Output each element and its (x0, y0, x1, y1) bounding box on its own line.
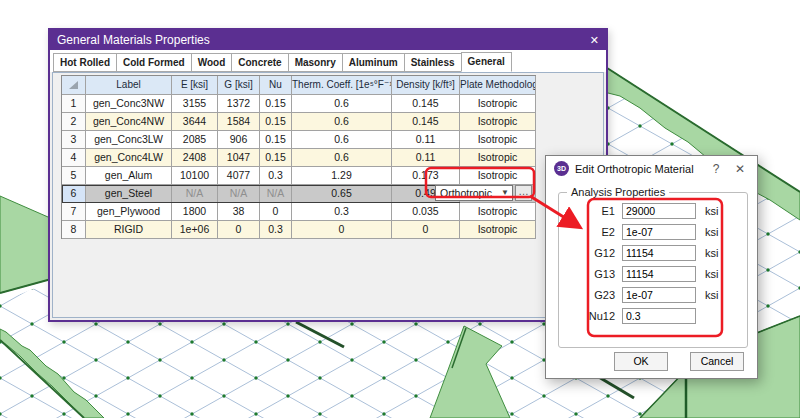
select-all-corner-cell[interactable] (62, 76, 86, 95)
table-row[interactable]: 4 gen_Conc4LW 2408 1047 0.15 0.6 0.11 Is… (62, 149, 536, 167)
cell-nu[interactable]: N/A (260, 185, 292, 203)
col-header-g[interactable]: G [ksi] (218, 76, 260, 95)
cell-e[interactable]: 2408 (172, 149, 218, 167)
cell-e[interactable]: 1800 (172, 203, 218, 221)
cell-e[interactable]: 3155 (172, 95, 218, 113)
cell-g[interactable]: 4077 (218, 167, 260, 185)
table-row[interactable]: 2 gen_Conc4NW 3644 1584 0.15 0.6 0.145 I… (62, 113, 536, 131)
row-number[interactable]: 1 (62, 95, 86, 113)
cell-therm[interactable]: 0.6 (292, 131, 392, 149)
cell-density[interactable]: 0.145 (392, 113, 460, 131)
table-row[interactable]: 8 RIGID 1e+06 0 0.3 0 0 Isotropic (62, 221, 536, 239)
cell-label[interactable]: gen_Alum (86, 167, 172, 185)
cell-therm[interactable]: 1.29 (292, 167, 392, 185)
row-number[interactable]: 5 (62, 167, 86, 185)
cell-therm[interactable]: 0.6 (292, 113, 392, 131)
ok-button[interactable]: OK (614, 352, 668, 371)
cell-plate[interactable]: Isotropic (460, 221, 536, 239)
col-header-plate[interactable]: Plate Methodology (460, 76, 536, 95)
tab-wood[interactable]: Wood (191, 53, 233, 72)
row-number[interactable]: 8 (62, 221, 86, 239)
cancel-button[interactable]: Cancel (690, 352, 744, 371)
table-row[interactable]: 3 gen_Conc3LW 2085 906 0.15 0.6 0.11 Iso… (62, 131, 536, 149)
cell-plate[interactable]: Isotropic (460, 95, 536, 113)
close-icon[interactable]: ✕ (590, 34, 599, 47)
row-number[interactable]: 4 (62, 149, 86, 167)
cell-nu[interactable]: 0.15 (260, 95, 292, 113)
cell-therm[interactable]: 0.65 (292, 185, 392, 203)
cell-plate[interactable]: Isotropic (460, 131, 536, 149)
plate-methodology-dropdown[interactable]: Orthotropic ▼ (435, 185, 513, 201)
g23-input[interactable] (622, 287, 696, 303)
help-icon[interactable]: ? (707, 162, 725, 176)
cell-nu[interactable]: 0.3 (260, 221, 292, 239)
table-row[interactable]: 5 gen_Alum 10100 4077 0.3 1.29 0.173 Iso… (62, 167, 536, 185)
cell-density[interactable]: 0 (392, 221, 460, 239)
cell-label[interactable]: gen_Conc3NW (86, 95, 172, 113)
cell-e[interactable]: N/A (172, 185, 218, 203)
cell-label[interactable]: gen_Conc4LW (86, 149, 172, 167)
row-number[interactable]: 7 (62, 203, 86, 221)
cell-g[interactable]: N/A (218, 185, 260, 203)
cell-nu[interactable]: 0.15 (260, 149, 292, 167)
more-options-button[interactable]: … (515, 185, 532, 201)
table-row[interactable]: 1 gen_Conc3NW 3155 1372 0.15 0.6 0.145 I… (62, 95, 536, 113)
cell-density[interactable]: 0.11 (392, 149, 460, 167)
close-icon[interactable]: ✕ (731, 162, 749, 176)
cell-density[interactable]: 0.11 (392, 131, 460, 149)
cell-plate[interactable]: Isotropic (460, 113, 536, 131)
cell-nu[interactable]: 0.15 (260, 113, 292, 131)
cell-plate[interactable]: Isotropic (460, 167, 536, 185)
cell-g[interactable]: 906 (218, 131, 260, 149)
col-header-label[interactable]: Label (86, 76, 172, 95)
tab-stainless[interactable]: Stainless (404, 53, 462, 72)
e1-input[interactable] (622, 203, 696, 219)
cell-g[interactable]: 0 (218, 221, 260, 239)
tab-general[interactable]: General (461, 52, 512, 72)
tab-cold-formed[interactable]: Cold Formed (116, 53, 192, 72)
table-row[interactable]: 7 gen_Plywood 1800 38 0 0.3 0.035 Isotro… (62, 203, 536, 221)
cell-density[interactable]: 0.035 (392, 203, 460, 221)
col-header-e[interactable]: E [ksi] (172, 76, 218, 95)
cell-therm[interactable]: 0.3 (292, 203, 392, 221)
cell-e[interactable]: 1e+06 (172, 221, 218, 239)
materials-window-titlebar[interactable]: General Materials Properties ✕ (50, 30, 606, 50)
row-number[interactable]: 2 (62, 113, 86, 131)
cell-e[interactable]: 2085 (172, 131, 218, 149)
edit-dialog-titlebar[interactable]: 3D Edit Orthotropic Material ? ✕ (546, 156, 757, 181)
g12-input[interactable] (622, 245, 696, 261)
g13-input[interactable] (622, 266, 696, 282)
cell-nu[interactable]: 0.15 (260, 131, 292, 149)
cell-density[interactable]: 0.173 (392, 167, 460, 185)
table-row-selected[interactable]: 6 gen_Steel N/A N/A N/A 0.65 0.49 Orthot… (62, 185, 536, 203)
cell-therm[interactable]: 0 (292, 221, 392, 239)
tab-aluminum[interactable]: Aluminum (342, 53, 405, 72)
tab-masonry[interactable]: Masonry (288, 53, 343, 72)
cell-e[interactable]: 10100 (172, 167, 218, 185)
cell-e[interactable]: 3644 (172, 113, 218, 131)
col-header-density[interactable]: Density [k/ft³] (392, 76, 460, 95)
e2-input[interactable] (622, 224, 696, 240)
tab-concrete[interactable]: Concrete (231, 53, 288, 72)
cell-plate[interactable]: Isotropic (460, 203, 536, 221)
cell-label[interactable]: RIGID (86, 221, 172, 239)
col-header-nu[interactable]: Nu (260, 76, 292, 95)
cell-therm[interactable]: 0.6 (292, 149, 392, 167)
nu12-input[interactable] (622, 308, 696, 324)
col-header-therm[interactable]: Therm. Coeff. [1e⁵°F⁻¹] (292, 76, 392, 95)
cell-therm[interactable]: 0.6 (292, 95, 392, 113)
cell-plate[interactable]: Isotropic (460, 149, 536, 167)
cell-nu[interactable]: 0.3 (260, 167, 292, 185)
cell-label[interactable]: gen_Steel (86, 185, 172, 203)
cell-g[interactable]: 1047 (218, 149, 260, 167)
cell-g[interactable]: 1372 (218, 95, 260, 113)
cell-g[interactable]: 1584 (218, 113, 260, 131)
cell-label[interactable]: gen_Plywood (86, 203, 172, 221)
cell-label[interactable]: gen_Conc3LW (86, 131, 172, 149)
cell-density[interactable]: 0.145 (392, 95, 460, 113)
cell-g[interactable]: 38 (218, 203, 260, 221)
cell-label[interactable]: gen_Conc4NW (86, 113, 172, 131)
row-number[interactable]: 3 (62, 131, 86, 149)
cell-nu[interactable]: 0 (260, 203, 292, 221)
tab-hot-rolled[interactable]: Hot Rolled (53, 53, 117, 72)
